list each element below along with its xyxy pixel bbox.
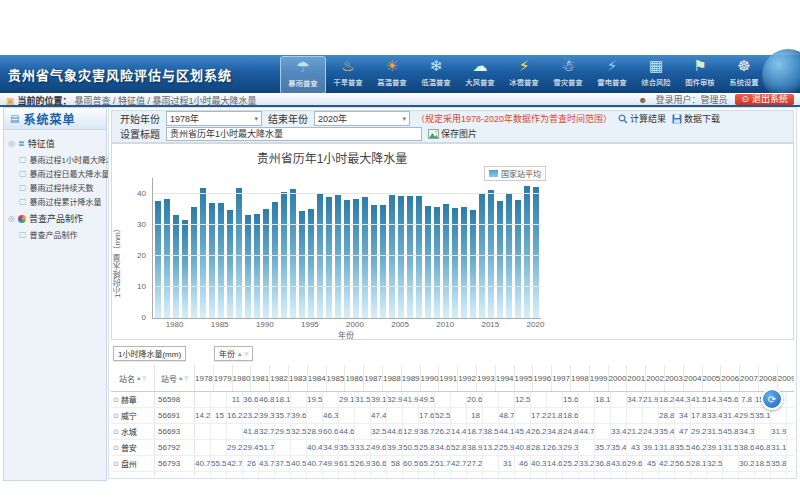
tree-group: ◎ 普查产品制作 ▢ 普查产品制作 bbox=[6, 210, 104, 241]
year-column-header[interactable]: 1984 bbox=[308, 365, 327, 391]
year-column-header[interactable]: 1995 bbox=[515, 365, 534, 391]
year-column-header[interactable]: 2005 bbox=[703, 365, 722, 391]
nav-item[interactable]: ⚡ 冰雹普查 bbox=[502, 56, 546, 92]
year-column-header[interactable]: 1985 bbox=[327, 365, 346, 391]
year-column-header[interactable]: 1994 bbox=[496, 365, 515, 391]
year-column-header[interactable]: 1981 bbox=[251, 365, 270, 391]
y-tick-label: 10 bbox=[137, 282, 146, 291]
table-cell bbox=[451, 392, 467, 407]
sort-desc-icon[interactable]: ▿ bbox=[185, 374, 189, 382]
sort-desc-icon[interactable]: ▿ bbox=[245, 350, 249, 358]
table-cell: 26.2 bbox=[435, 424, 451, 439]
table-cell bbox=[579, 440, 595, 455]
chart-bar bbox=[380, 205, 386, 318]
year-column-header[interactable]: 1989 bbox=[402, 365, 421, 391]
nav-item[interactable]: ❄ 低温普查 bbox=[414, 56, 458, 92]
table-row: ⊙ 普安 56792 29.229.451.740.434.935.333.24… bbox=[111, 440, 794, 456]
sort-asc-icon[interactable]: ▴ bbox=[238, 350, 242, 358]
nav-item[interactable]: ☁ 大风普查 bbox=[458, 56, 502, 92]
table-cell: 30 bbox=[595, 472, 611, 476]
table-cell: 50.5 bbox=[403, 440, 419, 455]
nav-item[interactable]: ▦ 综合风险 bbox=[634, 56, 678, 92]
year-column-header[interactable]: 1979 bbox=[214, 365, 233, 391]
tree-item[interactable]: ▢ 暴雨过程累计降水量 bbox=[19, 194, 104, 208]
year-column-header[interactable]: 1987 bbox=[364, 365, 383, 391]
year-column-header[interactable]: 1993 bbox=[477, 365, 496, 391]
chart-bar bbox=[290, 189, 296, 318]
sort-asc-icon[interactable]: ▴ bbox=[179, 374, 183, 382]
nav-item[interactable]: ☸ 系统设置 bbox=[722, 56, 766, 92]
table-cell: 41.9 bbox=[531, 472, 547, 476]
year-column-header[interactable]: 2007 bbox=[740, 365, 759, 391]
tree-item[interactable]: ▢ 普查产品制作 bbox=[19, 227, 104, 241]
sort-asc-icon[interactable]: ▴ bbox=[137, 374, 141, 382]
year-column-header[interactable]: 2004 bbox=[684, 365, 703, 391]
station-name-header[interactable]: 站名 ▴ ▿ bbox=[111, 365, 155, 391]
download-button[interactable]: 数据下载 bbox=[672, 112, 720, 125]
chart-title-input[interactable] bbox=[166, 127, 422, 141]
tree-group-label: 普查产品制作 bbox=[29, 212, 83, 225]
table-cell: 61.5 bbox=[339, 456, 355, 471]
year-column-header[interactable]: 1988 bbox=[383, 365, 402, 391]
table-cell: 48.7 bbox=[499, 408, 515, 423]
logout-button[interactable]: ⊙ 退出系统 bbox=[735, 94, 794, 105]
end-year-select[interactable]: 2020年 ▾ bbox=[314, 111, 410, 126]
sort-desc-icon[interactable]: ▿ bbox=[143, 374, 147, 382]
tree-item[interactable]: ▢ 暴雨过程1小时最大降水量 bbox=[19, 152, 104, 166]
year-column-header[interactable]: 1982 bbox=[270, 365, 289, 391]
table-cell: 28.1 bbox=[531, 440, 547, 455]
year-column-header[interactable]: 1998 bbox=[571, 365, 590, 391]
year-column-header[interactable]: 1980 bbox=[233, 365, 252, 391]
tree-group-row[interactable]: ◎ 普查产品制作 bbox=[6, 210, 104, 227]
year-column-header[interactable]: 2001 bbox=[627, 365, 646, 391]
nav-item[interactable]: ⚡ 雷电普查 bbox=[590, 56, 634, 92]
logged-in-user: 登录用户：管理员 bbox=[655, 93, 727, 106]
year-column-header[interactable]: 1996 bbox=[533, 365, 552, 391]
save-image-button[interactable]: 保存图片 bbox=[428, 127, 477, 140]
year-column-header[interactable]: 2009 bbox=[778, 365, 794, 391]
calculate-button[interactable]: 计算结果 bbox=[618, 112, 666, 125]
table-cell: 27.6 bbox=[291, 472, 307, 476]
year-column-header[interactable]: 2008 bbox=[759, 365, 778, 391]
year-column-header[interactable]: 2002 bbox=[646, 365, 665, 391]
nav-item[interactable]: ⚑ 图件审核 bbox=[678, 56, 722, 92]
year-column-header[interactable]: 1999 bbox=[590, 365, 609, 391]
year-column-header[interactable]: 2006 bbox=[721, 365, 740, 391]
year-column-header[interactable]: 1991 bbox=[439, 365, 458, 391]
table-cell: 52.5 bbox=[435, 408, 451, 423]
year-column-header[interactable]: 1983 bbox=[289, 365, 308, 391]
measure-pill[interactable]: 1小时降水量(mm) bbox=[113, 346, 186, 361]
year-column-header[interactable]: 1978 bbox=[195, 365, 214, 391]
pivot-year-pill[interactable]: 年份 ▴ ▿ bbox=[214, 346, 253, 361]
year-column-header[interactable]: 1997 bbox=[552, 365, 571, 391]
nav-item[interactable]: ♨ 干旱普查 bbox=[326, 56, 370, 92]
row-expander-icon[interactable]: ⊙ bbox=[113, 396, 119, 404]
row-expander-icon[interactable]: ⊙ bbox=[113, 428, 119, 436]
year-column-header[interactable]: 1990 bbox=[421, 365, 440, 391]
row-expander-icon[interactable]: ⊙ bbox=[113, 476, 119, 477]
row-expander-icon[interactable]: ⊙ bbox=[113, 444, 119, 452]
table-cell bbox=[275, 440, 291, 455]
row-expander-icon[interactable]: ⊙ bbox=[113, 460, 119, 468]
refresh-float-button[interactable]: ⟳ bbox=[761, 388, 783, 410]
year-column-header[interactable]: 1986 bbox=[345, 365, 364, 391]
tree-item[interactable]: ▢ 暴雨过程日最大降水量 bbox=[19, 166, 104, 180]
year-column-header[interactable]: 2003 bbox=[665, 365, 684, 391]
nav-item[interactable]: ☂ 暴雨普查 bbox=[280, 56, 326, 94]
table-cell: 14.3 bbox=[707, 392, 723, 407]
breadcrumb-path[interactable]: 暴雨普查 / 特征值 / 暴雨过程1小时最大降水量 bbox=[75, 94, 257, 107]
station-id-header[interactable]: 站号 ▴ ▿ bbox=[155, 365, 195, 391]
tree-group-row[interactable]: ◎ ≣ 特征值 bbox=[6, 135, 104, 152]
nav-item[interactable]: ☃ 雪灾普查 bbox=[546, 56, 590, 92]
start-year-select[interactable]: 1978年 ▾ bbox=[166, 111, 262, 126]
year-column-header[interactable]: 2000 bbox=[609, 365, 628, 391]
year-column-header[interactable]: 1992 bbox=[458, 365, 477, 391]
table-cell: 31.2 bbox=[467, 472, 483, 476]
nav-item[interactable]: ☀ 高温普查 bbox=[370, 56, 414, 92]
row-expander-icon[interactable]: ⊙ bbox=[113, 412, 119, 420]
x-tick-label: 2010 bbox=[433, 320, 457, 329]
sidebar: ▤ 系统菜单 ◎ ≣ 特征值 ▢ 暴雨过程1小时最大降水量 ▢ 暴雨过程日最大降… bbox=[3, 107, 107, 481]
table-cell: 60.5 bbox=[403, 456, 419, 471]
tree-item[interactable]: ▢ 暴雨过程持续天数 bbox=[19, 180, 104, 194]
document-icon: ▢ bbox=[19, 169, 27, 178]
